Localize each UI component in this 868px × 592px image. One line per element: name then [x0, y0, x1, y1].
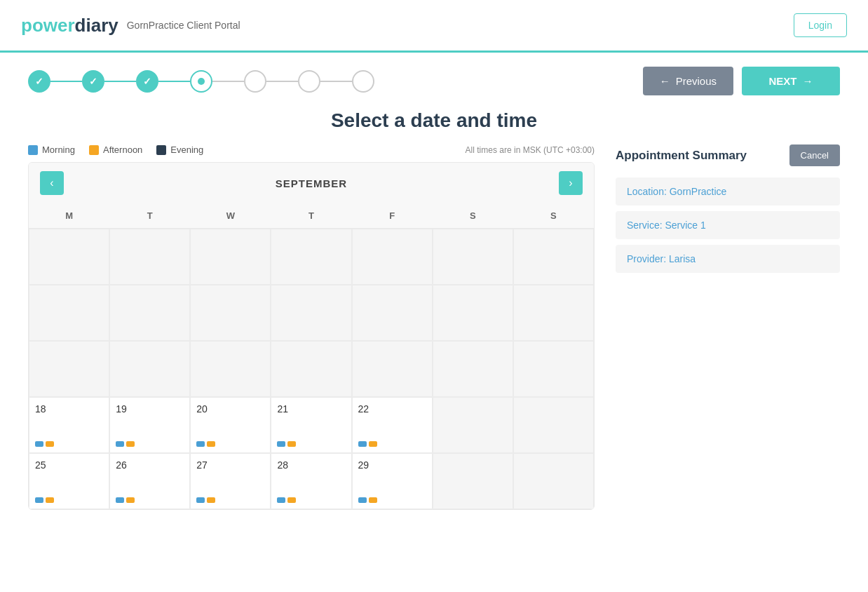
day-cell	[513, 229, 594, 285]
day-number: 21	[277, 403, 345, 415]
day-header-f: F	[352, 203, 433, 229]
step-line-5	[266, 81, 298, 82]
logo-area: powerdiary GornPractice Client Portal	[21, 15, 240, 36]
day-cell	[513, 397, 594, 453]
portal-name: GornPractice Client Portal	[127, 20, 240, 31]
day-cell-21[interactable]: 21	[271, 397, 351, 453]
morning-avail-dot	[196, 497, 205, 503]
avail-dots	[277, 497, 296, 503]
month-label: SEPTEMBER	[276, 177, 347, 189]
afternoon-dot	[89, 145, 99, 155]
day-cell	[513, 341, 594, 397]
day-cell	[271, 341, 351, 397]
day-cell	[109, 285, 190, 341]
summary-service: Service: Service 1	[616, 211, 840, 239]
avail-dots	[35, 441, 54, 447]
summary-panel: Appointment Summary Cancel Location: Gor…	[616, 144, 840, 278]
morning-avail-dot	[35, 497, 43, 503]
login-button[interactable]: Login	[794, 13, 847, 37]
day-cell	[109, 229, 190, 285]
previous-button[interactable]: ← Previous	[643, 67, 733, 95]
afternoon-avail-dot	[46, 497, 54, 503]
day-cell	[29, 229, 109, 285]
morning-avail-dot	[358, 441, 367, 447]
day-cell	[29, 285, 109, 341]
cancel-button[interactable]: Cancel	[789, 144, 840, 166]
morning-avail-dot	[116, 497, 124, 503]
day-cell	[433, 229, 513, 285]
step-4	[190, 70, 212, 93]
day-cell	[513, 285, 594, 341]
summary-title: Appointment Summary	[616, 149, 747, 163]
day-header-s2: S	[513, 203, 594, 229]
avail-dots	[277, 441, 296, 447]
day-cell-28[interactable]: 28	[271, 453, 351, 509]
step-2: ✓	[82, 70, 104, 93]
legend-evening: Evening	[156, 144, 203, 155]
avail-dots	[196, 497, 215, 503]
morning-avail-dot	[358, 497, 367, 503]
day-header-t1: T	[109, 203, 190, 229]
summary-location: Location: GornPractice	[616, 177, 840, 206]
step-1: ✓	[28, 70, 50, 93]
morning-avail-dot	[196, 441, 205, 447]
page-title: Select a date and time	[28, 109, 840, 132]
day-cell	[352, 229, 433, 285]
arrow-left-icon: ←	[660, 75, 670, 87]
next-month-button[interactable]: ›	[559, 171, 583, 195]
day-number: 27	[196, 459, 264, 471]
evening-dot	[156, 145, 166, 155]
calendar-section: Morning Afternoon Evening All times are …	[28, 144, 595, 510]
day-cell-26[interactable]: 26	[109, 453, 190, 509]
day-cell	[109, 341, 190, 397]
morning-avail-dot	[35, 441, 43, 447]
day-cell-22[interactable]: 22	[352, 397, 433, 453]
day-number: 29	[358, 459, 426, 471]
day-cell	[433, 453, 513, 509]
day-number: 26	[116, 459, 184, 471]
step-7	[352, 70, 374, 93]
next-button[interactable]: NEXT →	[742, 67, 840, 95]
prev-month-button[interactable]: ‹	[40, 171, 64, 195]
day-header-t2: T	[271, 203, 351, 229]
step-line-6	[320, 81, 352, 82]
calendar: ‹ SEPTEMBER › M T W T F S S	[28, 162, 595, 510]
main-content: ✓ ✓ ✓ ← Previous	[0, 53, 868, 592]
avail-dots	[35, 497, 54, 503]
step-line-2	[104, 81, 136, 82]
day-cell-29[interactable]: 29	[352, 453, 433, 509]
morning-dot	[28, 145, 38, 155]
day-header-m: M	[29, 203, 109, 229]
avail-dots	[358, 497, 377, 503]
avail-dots	[196, 441, 215, 447]
top-row: ✓ ✓ ✓ ← Previous	[28, 67, 840, 95]
day-cell	[433, 397, 513, 453]
day-cell	[190, 341, 271, 397]
day-number: 18	[35, 403, 103, 415]
calendar-grid: 18 19 20	[29, 229, 594, 509]
timezone-info: All times are in MSK (UTC +03:00)	[466, 145, 595, 155]
afternoon-avail-dot	[207, 497, 215, 503]
afternoon-avail-dot	[369, 497, 377, 503]
day-cell-25[interactable]: 25	[29, 453, 109, 509]
legend-afternoon: Afternoon	[89, 144, 142, 155]
day-header-s1: S	[433, 203, 513, 229]
step-5	[244, 70, 266, 93]
day-number: 25	[35, 459, 103, 471]
day-cell-27[interactable]: 27	[190, 453, 271, 509]
day-header-w: W	[190, 203, 271, 229]
day-cell	[433, 341, 513, 397]
arrow-right-icon: →	[803, 75, 813, 87]
summary-provider: Provider: Larisa	[616, 245, 840, 273]
day-cell	[513, 453, 594, 509]
afternoon-avail-dot	[287, 441, 296, 447]
avail-dots	[358, 441, 377, 447]
afternoon-avail-dot	[126, 441, 135, 447]
day-cell-19[interactable]: 19	[109, 397, 190, 453]
day-cell	[271, 229, 351, 285]
step-line-3	[158, 81, 190, 82]
day-cell-20[interactable]: 20	[190, 397, 271, 453]
day-cell-18[interactable]: 18	[29, 397, 109, 453]
step-line-4	[212, 81, 244, 82]
day-cell	[271, 285, 351, 341]
